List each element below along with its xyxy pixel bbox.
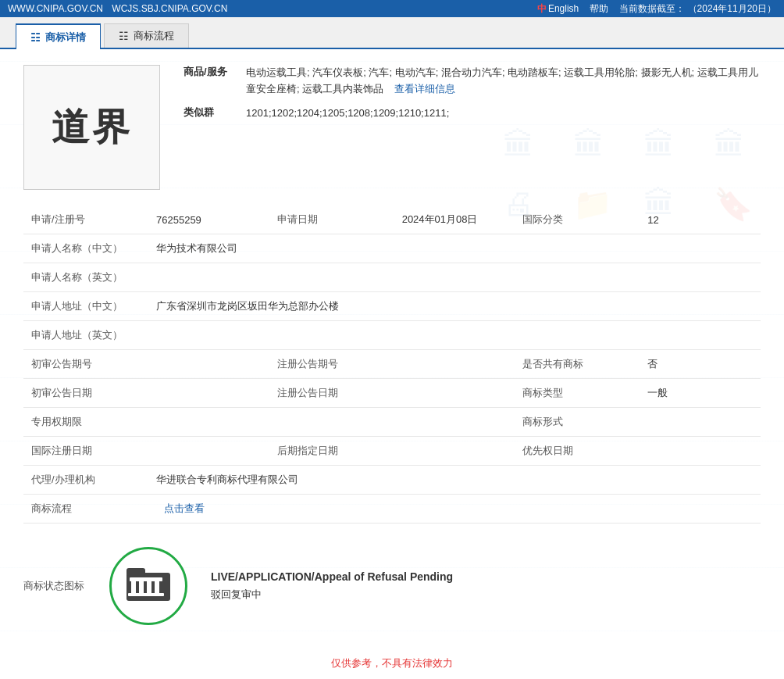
goods-services-text: 电动运载工具; 汽车仪表板; 汽车; 电动汽车; 混合动力汽车; 电动踏板车; … xyxy=(246,66,758,95)
help-link[interactable]: 帮助 xyxy=(590,2,608,16)
main-content: 🏛 🏛 🏛 🏛 🖨 📁 🏛 🔖 道界 商品/服务 电动运载工具; 汽车仪表板; … xyxy=(0,49,784,679)
table-row: 申请人地址（中文） 广东省深圳市龙岗区坂田华为总部办公楼 xyxy=(23,292,761,321)
status-icon-wrapper xyxy=(109,547,187,625)
field-value: 76255259 xyxy=(148,205,269,234)
url1[interactable]: WWW.CNIPA.GOV.CN xyxy=(8,3,103,14)
status-svg-icon xyxy=(125,562,172,605)
status-section-label: 商标状态图标 xyxy=(23,579,86,593)
table-row: 申请/注册号 76255259 申请日期 2024年01月08日 国际分类 12 xyxy=(23,205,761,234)
table-row: 商标流程 点击查看 xyxy=(23,495,761,524)
field-value xyxy=(148,437,269,466)
footer-note-text: 仅供参考，不具有法律效力 xyxy=(331,657,453,669)
field-label: 代理/办理机构 xyxy=(23,466,148,495)
field-value: 12 xyxy=(640,205,761,234)
field-value xyxy=(640,437,761,466)
trademark-image: 道界 xyxy=(23,65,160,190)
tab-bar: ☷ 商标详情 ☷ 商标流程 xyxy=(0,17,784,49)
table-row: 国际注册日期 后期指定日期 优先权日期 xyxy=(23,437,761,466)
field-value xyxy=(394,379,515,408)
url2[interactable]: WCJS.SBJ.CNIPA.GOV.CN xyxy=(112,3,227,14)
similar-group-label: 类似群 xyxy=(184,105,246,122)
tab-process-icon: ☷ xyxy=(119,30,129,42)
status-icon xyxy=(125,562,172,611)
field-label: 后期指定日期 xyxy=(269,437,394,466)
field-label: 注册公告日期 xyxy=(269,379,394,408)
field-value xyxy=(640,408,761,437)
table-row: 专用权期限 商标形式 xyxy=(23,408,761,437)
goods-services-row: 商品/服务 电动运载工具; 汽车仪表板; 汽车; 电动汽车; 混合动力汽车; 电… xyxy=(184,65,761,98)
lang-en[interactable]: English xyxy=(548,3,579,14)
field-value: 2024年01月08日 xyxy=(394,205,515,234)
field-label: 商标类型 xyxy=(515,379,640,408)
field-label: 国际注册日期 xyxy=(23,437,148,466)
field-value xyxy=(148,263,761,292)
date-info: 当前数据截至： （2024年11月20日） xyxy=(619,2,776,16)
field-value xyxy=(394,437,515,466)
similar-group-value: 1201;1202;1204;1205;1208;1209;1210;1211; xyxy=(246,105,449,122)
field-label: 申请日期 xyxy=(269,205,394,234)
tab-process-label: 商标流程 xyxy=(134,29,174,43)
table-row: 初审公告期号 注册公告期号 是否共有商标 否 xyxy=(23,350,761,379)
trademark-display-text: 道界 xyxy=(52,102,133,152)
field-value xyxy=(394,408,515,437)
footer-note: 仅供参考，不具有法律效力 xyxy=(23,649,761,678)
table-row: 申请人名称（英文） xyxy=(23,263,761,292)
status-text-zh: 驳回复审中 xyxy=(211,588,453,602)
field-label: 专用权期限 xyxy=(23,408,148,437)
detail-table: 申请/注册号 76255259 申请日期 2024年01月08日 国际分类 12… xyxy=(23,205,761,524)
tab-process[interactable]: ☷ 商标流程 xyxy=(104,23,189,48)
field-label: 国际分类 xyxy=(515,205,640,234)
field-label: 初审公告日期 xyxy=(23,379,148,408)
svg-rect-7 xyxy=(128,593,164,596)
field-label: 初审公告期号 xyxy=(23,350,148,379)
status-text-en: LIVE/APPLICATION/Appeal of Refusal Pendi… xyxy=(211,570,453,583)
table-row: 代理/办理机构 华进联合专利商标代理有限公司 xyxy=(23,466,761,495)
field-label: 申请人地址（中文） xyxy=(23,292,148,321)
field-value: 华进联合专利商标代理有限公司 xyxy=(148,466,761,495)
goods-services-value: 电动运载工具; 汽车仪表板; 汽车; 电动汽车; 混合动力汽车; 电动踏板车; … xyxy=(246,65,761,98)
field-value xyxy=(148,350,269,379)
field-value: 广东省深圳市龙岗区坂田华为总部办公楼 xyxy=(148,292,761,321)
table-row: 初审公告日期 注册公告日期 商标类型 一般 xyxy=(23,379,761,408)
table-row: 申请人地址（英文） xyxy=(23,321,761,350)
field-value xyxy=(148,408,269,437)
field-label: 申请人名称（中文） xyxy=(23,234,148,263)
field-value xyxy=(148,379,269,408)
field-label: 商标形式 xyxy=(515,408,640,437)
date-prefix: 当前数据截至： xyxy=(619,3,685,14)
field-label: 是否共有商标 xyxy=(515,350,640,379)
field-value: 点击查看 xyxy=(148,495,761,524)
field-label xyxy=(269,408,394,437)
status-section: 商标状态图标 xyxy=(23,539,761,633)
content-area: 道界 商品/服务 电动运载工具; 汽车仪表板; 汽车; 电动汽车; 混合动力汽车… xyxy=(23,65,761,678)
field-label: 商标流程 xyxy=(23,495,148,524)
svg-rect-6 xyxy=(130,577,162,581)
field-value: 一般 xyxy=(640,379,761,408)
field-label: 申请人名称（英文） xyxy=(23,263,148,292)
trademark-process-link[interactable]: 点击查看 xyxy=(164,502,205,514)
topbar: WWW.CNIPA.GOV.CN WCJS.SBJ.CNIPA.GOV.CN 中… xyxy=(0,0,784,17)
lang-icon: 中 xyxy=(537,3,547,14)
field-value: 否 xyxy=(640,350,761,379)
similar-group-row: 类似群 1201;1202;1204;1205;1208;1209;1210;1… xyxy=(184,105,761,122)
topbar-urls: WWW.CNIPA.GOV.CN WCJS.SBJ.CNIPA.GOV.CN xyxy=(8,3,227,14)
tab-detail[interactable]: ☷ 商标详情 xyxy=(16,23,101,49)
table-row: 申请人名称（中文） 华为技术有限公司 xyxy=(23,234,761,263)
field-label: 注册公告期号 xyxy=(269,350,394,379)
tab-detail-icon: ☷ xyxy=(30,31,41,44)
info-right: 商品/服务 电动运载工具; 汽车仪表板; 汽车; 电动汽车; 混合动力汽车; 电… xyxy=(184,65,761,190)
field-value: 华为技术有限公司 xyxy=(148,234,761,263)
info-top: 道界 商品/服务 电动运载工具; 汽车仪表板; 汽车; 电动汽车; 混合动力汽车… xyxy=(23,65,761,190)
topbar-right: 中English 帮助 当前数据截至： （2024年11月20日） xyxy=(537,2,776,16)
field-label: 优先权日期 xyxy=(515,437,640,466)
field-label: 申请人地址（英文） xyxy=(23,321,148,350)
date-value: （2024年11月20日） xyxy=(688,3,776,14)
goods-services-link[interactable]: 查看详细信息 xyxy=(394,83,455,95)
lang-switcher[interactable]: 中English xyxy=(537,2,579,16)
tab-detail-label: 商标详情 xyxy=(45,30,86,45)
field-value xyxy=(394,350,515,379)
url-separator xyxy=(106,3,109,14)
status-text: LIVE/APPLICATION/Appeal of Refusal Pendi… xyxy=(211,570,453,602)
svg-rect-1 xyxy=(127,568,145,576)
field-label: 申请/注册号 xyxy=(23,205,148,234)
